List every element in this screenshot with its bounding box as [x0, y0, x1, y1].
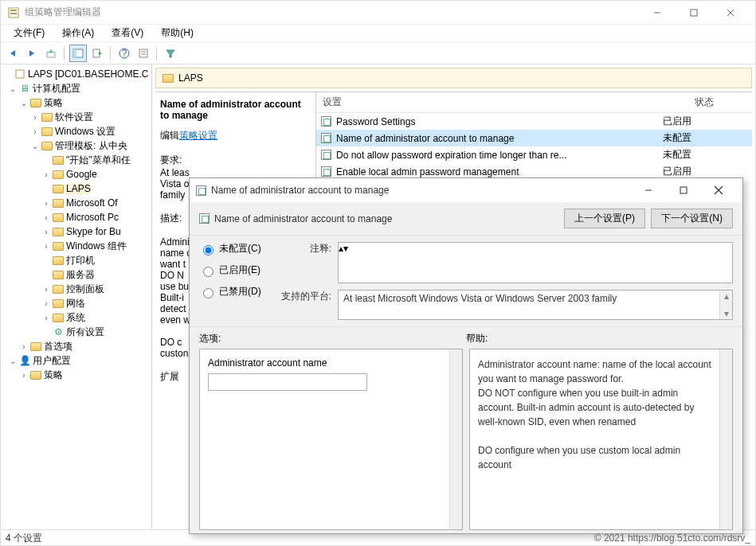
folder-icon — [163, 74, 174, 83]
radio-not-configured[interactable]: 未配置(C) — [199, 242, 276, 255]
row-status: 未配置 — [656, 131, 752, 145]
menu-view[interactable]: 查看(V) — [104, 25, 151, 41]
svg-marker-8 — [29, 50, 34, 57]
help-text: DO configure when you use custom local a… — [478, 443, 716, 472]
policy-icon — [321, 116, 331, 127]
tree-skype[interactable]: ›Skype for Bu — [1, 224, 151, 239]
properties-button[interactable] — [135, 45, 152, 62]
breadcrumb: LAPS — [155, 68, 752, 88]
help-box: Administrator account name: name of the … — [469, 349, 733, 530]
svg-rect-1 — [10, 10, 17, 11]
back-button[interactable] — [4, 45, 22, 62]
help-label: 帮助: — [466, 332, 733, 349]
tree-policies-user[interactable]: ›策略 — [1, 368, 151, 382]
filter-button[interactable] — [162, 45, 179, 62]
tree-root[interactable]: LAPS [DC01.BASEHOME.C — [1, 67, 151, 81]
tree-policies[interactable]: ⌄策略 — [1, 96, 151, 110]
folder-icon — [53, 228, 64, 236]
tree-admin-templates[interactable]: ⌄管理模板: 从中央 — [1, 138, 151, 153]
tree-computer-config[interactable]: ⌄🖥计算机配置 — [1, 81, 151, 96]
folder-icon — [53, 256, 64, 265]
help-button[interactable]: ? — [116, 45, 133, 62]
maximize-button[interactable] — [676, 1, 712, 25]
tree-ms-pc[interactable]: ›Microsoft Pc — [1, 210, 151, 224]
svg-rect-2 — [10, 13, 17, 14]
help-text: Administrator account name: name of the … — [478, 357, 716, 386]
col-setting[interactable]: 设置 — [316, 92, 656, 112]
platform-label: 支持的平台: — [276, 290, 331, 303]
tree-user-config[interactable]: ⌄👤用户配置 — [1, 353, 151, 368]
tree-all-settings[interactable]: ⚙所有设置 — [1, 325, 151, 339]
req-label: 要求: — [160, 154, 311, 167]
policy-icon — [321, 133, 331, 143]
folder-icon — [53, 314, 64, 322]
tree-preferences[interactable]: ›首选项 — [1, 339, 151, 353]
policy-dialog: Name of administrator account to manage … — [189, 177, 743, 534]
list-row[interactable]: Password Settings 已启用 — [316, 113, 752, 130]
dialog-close-button[interactable] — [701, 179, 736, 201]
col-status[interactable]: 状态 — [656, 92, 752, 112]
folder-icon — [30, 371, 41, 380]
folder-icon — [53, 285, 64, 294]
folder-icon — [53, 199, 64, 208]
tree-google[interactable]: ›Google — [1, 167, 151, 181]
policy-icon — [196, 185, 206, 196]
setting-title: Name of administrator account to manage — [160, 99, 311, 121]
list-row[interactable]: Name of administrator account to manage … — [316, 130, 752, 146]
folder-icon — [53, 170, 64, 179]
menu-action[interactable]: 操作(A) — [54, 25, 102, 41]
svg-rect-21 — [16, 70, 24, 78]
up-button[interactable] — [42, 45, 60, 62]
folder-icon — [41, 127, 53, 136]
folder-icon — [53, 242, 64, 251]
minimize-button[interactable] — [639, 1, 676, 25]
watermark: © 2021 https://blog.51cto.com/rdsrv_ — [594, 532, 750, 544]
svg-rect-17 — [139, 49, 147, 57]
tree-laps[interactable]: LAPS — [1, 181, 151, 196]
dialog-maximize-button[interactable] — [666, 179, 701, 201]
toolbar: ? — [1, 42, 755, 64]
close-button[interactable] — [712, 1, 749, 25]
tree-ms-office[interactable]: ›Microsoft Of — [1, 196, 151, 210]
tree-pane[interactable]: LAPS [DC01.BASEHOME.C ⌄🖥计算机配置 ⌄策略 ›软件设置 … — [1, 64, 152, 529]
export-button[interactable] — [88, 45, 106, 62]
comment-label: 注释: — [276, 242, 331, 255]
folder-icon — [53, 271, 64, 279]
row-name: Enable local admin password management — [336, 166, 519, 177]
menu-file[interactable]: 文件(F) — [6, 25, 53, 41]
dialog-minimize-button[interactable] — [631, 179, 666, 201]
svg-marker-14 — [99, 52, 102, 55]
tree-printers[interactable]: 打印机 — [1, 253, 151, 267]
tree-win-components[interactable]: ›Windows 组件 — [1, 239, 151, 253]
show-hide-tree-button[interactable] — [69, 45, 87, 62]
svg-marker-10 — [49, 49, 53, 53]
tree-ctrl-panel[interactable]: ›控制面板 — [1, 282, 151, 296]
tree-servers[interactable]: 服务器 — [1, 267, 151, 282]
menubar: 文件(F) 操作(A) 查看(V) 帮助(H) — [1, 25, 755, 42]
admin-account-input[interactable] — [208, 373, 367, 391]
folder-icon — [53, 156, 64, 165]
tree-software[interactable]: ›软件设置 — [1, 110, 151, 124]
list-row[interactable]: Do not allow password expiration time lo… — [316, 146, 752, 163]
row-status: 已启用 — [656, 165, 752, 178]
row-status: 已启用 — [656, 115, 752, 128]
radio-enabled[interactable]: 已启用(E) — [199, 263, 276, 277]
radio-disabled[interactable]: 已禁用(D) — [199, 285, 276, 298]
forward-button[interactable] — [23, 45, 41, 62]
tree-start-menu[interactable]: "开始"菜单和任 — [1, 153, 151, 167]
menu-help[interactable]: 帮助(H) — [153, 25, 202, 41]
tree-windows-settings[interactable]: ›Windows 设置 — [1, 124, 151, 138]
edit-policy-link[interactable]: 策略设置 — [179, 130, 217, 141]
next-setting-button[interactable]: 下一个设置(N) — [651, 209, 733, 228]
req-text: At leas — [160, 167, 311, 178]
folder-icon — [53, 185, 64, 193]
svg-marker-20 — [166, 50, 174, 57]
tree-network[interactable]: ›网络 — [1, 296, 151, 310]
user-icon: 👤 — [18, 355, 31, 366]
comment-textarea[interactable]: ▴▾ — [338, 242, 733, 283]
tree-system[interactable]: ›系统 — [1, 310, 151, 325]
prev-setting-button[interactable]: 上一个设置(P) — [564, 209, 645, 228]
policy-icon — [199, 213, 210, 224]
gpedit-icon — [7, 6, 20, 19]
window-title: 组策略管理编辑器 — [7, 6, 639, 19]
